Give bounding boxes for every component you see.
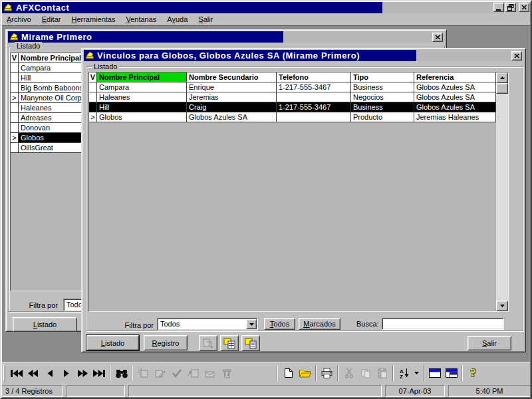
restore-button[interactable] bbox=[505, 3, 516, 12]
delete-trash-button[interactable] bbox=[218, 365, 235, 381]
minimize-button[interactable] bbox=[493, 3, 504, 12]
nav-last-icon bbox=[92, 370, 106, 377]
table-row[interactable]: HillCraig1-217-555-3467BusinessGlobos Az… bbox=[89, 102, 496, 112]
grid-cell: Telefono bbox=[277, 72, 351, 82]
grid-cell: Business bbox=[351, 102, 414, 112]
minimize-icon bbox=[496, 5, 501, 11]
vinculos-group-label: Listado bbox=[92, 63, 119, 70]
vinculos-todos-button[interactable]: Todos bbox=[264, 318, 295, 330]
vinculos-filter-label: Filtra por bbox=[119, 321, 154, 329]
table-row[interactable]: CamparaEnrique1-217-555-3467BusinessGlob… bbox=[89, 82, 496, 92]
window-form-button[interactable] bbox=[443, 365, 460, 381]
grid-cell bbox=[11, 63, 19, 73]
scroll-up-button[interactable] bbox=[496, 72, 508, 83]
file-new-button[interactable] bbox=[280, 365, 297, 381]
copy-button[interactable] bbox=[357, 365, 374, 381]
grid-cell: Enrique bbox=[187, 82, 277, 92]
menu-item-editar[interactable]: Editar bbox=[37, 14, 66, 25]
grid-cell: Globos Azules SA bbox=[414, 82, 496, 92]
close-icon bbox=[435, 35, 441, 40]
sort-az-button[interactable]: AZ bbox=[396, 365, 412, 381]
menu-item-ventanas[interactable]: Ventanas bbox=[120, 14, 162, 25]
vinculos-registro-button[interactable]: Registro bbox=[144, 335, 188, 350]
toolbar-grip[interactable] bbox=[3, 364, 5, 382]
mirame-listado-button[interactable]: Listado bbox=[13, 317, 77, 332]
vinculos-salir-button[interactable]: Salir bbox=[467, 336, 511, 350]
sort-menu-button[interactable] bbox=[412, 365, 421, 381]
window-list-icon bbox=[429, 368, 441, 378]
copy-record-button[interactable] bbox=[199, 335, 217, 351]
grid-cell: Globos Azules SA bbox=[187, 112, 277, 122]
vertical-scrollbar[interactable] bbox=[496, 72, 508, 311]
status-time: 5:40 PM bbox=[448, 385, 531, 397]
grid-cell bbox=[11, 123, 19, 133]
mirame-titlebar[interactable]: Mirame Primero bbox=[8, 31, 444, 43]
vinculos-close-button[interactable] bbox=[511, 51, 522, 61]
print-button[interactable] bbox=[319, 365, 335, 381]
paste-button[interactable] bbox=[374, 365, 390, 381]
combo-dropdown-button[interactable] bbox=[246, 319, 257, 329]
toolbar-separator bbox=[110, 365, 111, 381]
grid-cell: Nombre Secundario bbox=[187, 72, 277, 82]
grid-cell bbox=[277, 92, 351, 102]
nav-next-button[interactable] bbox=[58, 365, 74, 381]
menu-item-ayuda[interactable]: Ayuda bbox=[162, 14, 193, 25]
cut-button[interactable] bbox=[340, 365, 357, 381]
nav-prev-button[interactable] bbox=[41, 365, 58, 381]
vinculos-filter-combobox[interactable]: Todos bbox=[157, 318, 258, 331]
chevron-down-icon bbox=[249, 323, 254, 326]
grid-cell: Tipo bbox=[351, 72, 414, 82]
cut-icon bbox=[344, 368, 354, 378]
note-revert-icon bbox=[187, 368, 200, 378]
grid-cell: Globos bbox=[97, 112, 187, 122]
help-button[interactable]: ? bbox=[465, 365, 481, 381]
window-form-icon bbox=[446, 368, 458, 378]
vinculos-listado-button[interactable]: Listado bbox=[86, 335, 139, 350]
app-title: AFXContact bbox=[16, 3, 69, 13]
grid-cell bbox=[89, 102, 97, 112]
note-send-button[interactable] bbox=[201, 365, 218, 381]
app-titlebar[interactable]: AFXContact bbox=[1, 1, 531, 13]
busca-input[interactable] bbox=[382, 318, 504, 330]
status-panel-3 bbox=[128, 385, 382, 397]
nav-first-button[interactable] bbox=[8, 365, 25, 381]
vinculos-marcados-button[interactable]: Marcados bbox=[299, 318, 340, 330]
note-edit-button[interactable] bbox=[152, 365, 168, 381]
vinculos-titlebar[interactable]: Vinculos para Globos, Globos Azules SA (… bbox=[84, 50, 523, 61]
close-button[interactable] bbox=[519, 3, 529, 12]
menu-item-herramientas[interactable]: Herramientas bbox=[66, 14, 120, 25]
menu-bar: ArchivoEditarHerramientasVentanasAyudaSa… bbox=[1, 14, 531, 25]
grid-cell bbox=[89, 92, 97, 102]
search-button[interactable] bbox=[113, 365, 130, 381]
grid-cell: > bbox=[11, 133, 19, 143]
note-doc-button[interactable] bbox=[241, 335, 260, 351]
folder-open-icon bbox=[299, 368, 312, 378]
confirm-check-button[interactable] bbox=[168, 365, 185, 381]
scrollbar-thumb[interactable] bbox=[496, 83, 508, 94]
note-new-button[interactable] bbox=[135, 365, 152, 381]
sort-az-icon: AZ bbox=[400, 368, 409, 378]
grid-cell bbox=[11, 113, 19, 123]
grid-cell bbox=[277, 112, 351, 122]
note-grid-button[interactable] bbox=[220, 335, 239, 351]
grid-cell bbox=[11, 83, 19, 93]
mirame-close-button[interactable] bbox=[432, 33, 443, 42]
table-row[interactable]: >GlobosGlobos Azules SAProductoJeremias … bbox=[89, 112, 496, 122]
note-revert-button[interactable] bbox=[185, 365, 201, 381]
scroll-down-button[interactable] bbox=[496, 301, 508, 311]
toolbar-separator bbox=[277, 365, 278, 381]
nav-prev-page-icon bbox=[27, 370, 39, 377]
nav-next-page-button[interactable] bbox=[74, 365, 91, 381]
folder-open-button[interactable] bbox=[297, 365, 313, 381]
nav-prev-icon bbox=[47, 370, 53, 377]
window-list-button[interactable] bbox=[426, 365, 443, 381]
table-row[interactable]: HaleanesJeremiasNegociosGlobos Azules SA bbox=[89, 92, 496, 102]
nav-next-icon bbox=[63, 370, 70, 377]
grid-cell: Negocios bbox=[351, 92, 414, 102]
menu-item-archivo[interactable]: Archivo bbox=[1, 14, 37, 25]
nav-prev-page-button[interactable] bbox=[25, 365, 41, 381]
grid-cell: 1-217-555-3467 bbox=[277, 82, 351, 92]
nav-last-button[interactable] bbox=[91, 365, 108, 381]
vinculos-window-icon bbox=[85, 51, 95, 60]
menu-item-salir[interactable]: Salir bbox=[193, 14, 218, 25]
